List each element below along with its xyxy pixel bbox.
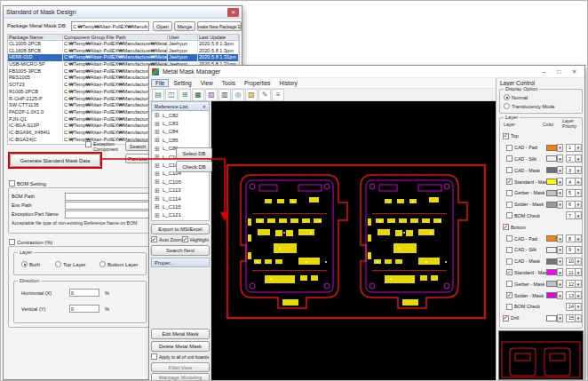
expand-icon[interactable] xyxy=(155,121,161,127)
color-dropdown-icon[interactable] xyxy=(557,144,563,152)
priority-dropdown-icon[interactable] xyxy=(575,258,581,265)
layer-checkbox-standard-mask[interactable] xyxy=(506,269,513,275)
tree-item-l-c85[interactable]: L_C85 xyxy=(152,136,209,144)
bottom-layer-radio[interactable]: Bottom Layer xyxy=(99,261,138,267)
expand-icon[interactable] xyxy=(155,212,161,218)
priority-select[interactable]: 1 xyxy=(566,144,582,152)
color-dropdown-icon[interactable] xyxy=(557,314,563,322)
top-layer-radio[interactable]: Top Layer xyxy=(55,261,85,267)
menu-view[interactable]: View xyxy=(196,79,218,87)
expand-icon[interactable] xyxy=(155,203,161,210)
priority-select[interactable]: 2 xyxy=(566,155,582,163)
menu-file[interactable]: File xyxy=(151,79,169,87)
tree-item-l-c121[interactable]: L_C121 xyxy=(152,211,209,219)
priority-select[interactable]: 12 xyxy=(566,280,582,288)
priority-select[interactable]: 14 xyxy=(566,303,582,311)
part-list-button[interactable]: Part List xyxy=(125,154,150,163)
color-dropdown-icon[interactable] xyxy=(557,155,563,163)
search-button[interactable]: Search xyxy=(125,141,150,151)
db-path-input[interactable] xyxy=(71,21,149,31)
generate-standard-mask-button[interactable]: Generate Standard Mask Data xyxy=(10,154,100,167)
layer-checkbox-cad-mask[interactable] xyxy=(506,167,513,173)
expand-icon[interactable] xyxy=(155,129,161,135)
excel-export-icon[interactable]: ▦ xyxy=(192,89,204,101)
priority-select[interactable]: 5 xyxy=(566,189,582,197)
priority-dropdown-icon[interactable] xyxy=(575,247,581,253)
open-file-icon[interactable]: ▤ xyxy=(152,89,164,101)
layer-checkbox-drill[interactable] xyxy=(503,315,509,321)
color-swatch[interactable] xyxy=(546,281,557,287)
color-swatch[interactable] xyxy=(546,235,557,242)
properties-panel-header[interactable]: Proper... xyxy=(151,258,210,267)
apply-all-checkbox[interactable]: Apply to all of unit boards xyxy=(151,353,211,360)
contraction-checkbox-box[interactable] xyxy=(9,239,15,245)
color-dropdown-icon[interactable] xyxy=(557,258,563,266)
expand-icon[interactable] xyxy=(155,171,161,177)
color-dropdown-icon[interactable] xyxy=(557,291,563,299)
priority-dropdown-icon[interactable] xyxy=(575,235,581,242)
color-dropdown-icon[interactable] xyxy=(557,189,563,197)
expand-icon[interactable] xyxy=(155,195,161,202)
layer-checkbox-solder-mask[interactable] xyxy=(506,202,513,208)
expand-icon[interactable] xyxy=(155,163,161,169)
color-dropdown-icon[interactable] xyxy=(557,201,563,209)
manager-titlebar[interactable]: Metal Mask Manager – □ ✕ xyxy=(149,66,584,78)
tree-item-l-c105[interactable]: L_C105 xyxy=(152,178,209,186)
expand-icon[interactable] xyxy=(155,146,161,152)
reference-list-header[interactable]: Reference List xyxy=(151,101,210,111)
apply-all-checkbox-box[interactable] xyxy=(151,353,157,360)
create-package-db-button[interactable]: Create New Package DB xyxy=(197,21,242,31)
select-db-button[interactable]: Select DB xyxy=(176,147,212,159)
priority-dropdown-icon[interactable] xyxy=(575,179,581,185)
priority-select[interactable]: 7 xyxy=(566,211,582,219)
priority-select[interactable]: 9 xyxy=(566,246,582,254)
tree-item-l-c113[interactable]: L_C113 xyxy=(152,187,209,194)
measure-icon[interactable]: ≡ xyxy=(272,89,284,101)
menu-properties[interactable]: Properties xyxy=(240,79,275,87)
tree-item-l-c114[interactable]: L_C114 xyxy=(152,194,209,202)
auto-zoom-checkbox-box[interactable] xyxy=(151,236,157,242)
color-dropdown-icon[interactable] xyxy=(557,178,563,186)
tree-item-l-c84[interactable]: L_C84 xyxy=(152,128,209,136)
priority-dropdown-icon[interactable] xyxy=(575,155,581,162)
delete-metal-mask-button[interactable]: Delete Metal Mask xyxy=(151,341,210,352)
database-icon[interactable]: ⊞ xyxy=(179,89,191,101)
normal-mode-radio[interactable]: Normal xyxy=(504,94,528,100)
priority-select[interactable]: 15 xyxy=(566,314,582,322)
vertical-input[interactable] xyxy=(69,305,99,313)
minimize-button[interactable]: – xyxy=(536,66,552,77)
color-swatch[interactable] xyxy=(546,269,557,275)
contraction-checkbox[interactable]: Contraction (%) xyxy=(9,239,52,245)
expand-icon[interactable] xyxy=(155,154,161,160)
priority-select[interactable]: 8 xyxy=(566,234,582,242)
color-swatch[interactable] xyxy=(546,155,557,162)
layer-checkbox-bom-check[interactable] xyxy=(506,304,513,310)
layer-checkbox-bom-check[interactable] xyxy=(506,212,513,218)
maximize-button[interactable]: □ xyxy=(552,66,567,77)
color-dropdown-icon[interactable] xyxy=(557,166,563,174)
expand-icon[interactable] xyxy=(155,112,161,118)
open-button[interactable]: Open xyxy=(153,21,172,31)
image-capture-icon[interactable]: ▧ xyxy=(205,89,218,101)
priority-select[interactable]: 3 xyxy=(566,166,582,174)
exception-checkbox-box[interactable] xyxy=(85,141,91,147)
both-radio-icon[interactable] xyxy=(21,261,28,267)
priority-dropdown-icon[interactable] xyxy=(575,202,581,208)
priority-dropdown-icon[interactable] xyxy=(575,281,581,287)
color-swatch[interactable] xyxy=(546,179,557,185)
pcb-canvas[interactable] xyxy=(211,101,496,381)
fillet-view-button[interactable]: Fillet View xyxy=(151,362,210,372)
menu-setting[interactable]: Setting xyxy=(169,79,195,87)
both-radio[interactable]: Both xyxy=(21,261,40,267)
tree-item-l-c82[interactable]: L_C82 xyxy=(152,111,209,119)
layer-checkbox-cad-mask[interactable] xyxy=(506,258,513,265)
bom-checkbox-box[interactable] xyxy=(9,180,15,187)
highlight-checkbox-box[interactable] xyxy=(182,236,188,242)
close-icon[interactable] xyxy=(227,8,239,17)
color-swatch[interactable] xyxy=(546,145,557,151)
export-excel-button[interactable]: Export to MS/Excel xyxy=(151,224,210,234)
warpage-modeling-button[interactable]: Warpage Modeling xyxy=(151,373,210,381)
layer-checkbox-cad-pad[interactable] xyxy=(506,145,513,151)
color-swatch[interactable] xyxy=(546,167,557,173)
edit-metal-mask-button[interactable]: Edit Metal Mask xyxy=(151,329,210,339)
